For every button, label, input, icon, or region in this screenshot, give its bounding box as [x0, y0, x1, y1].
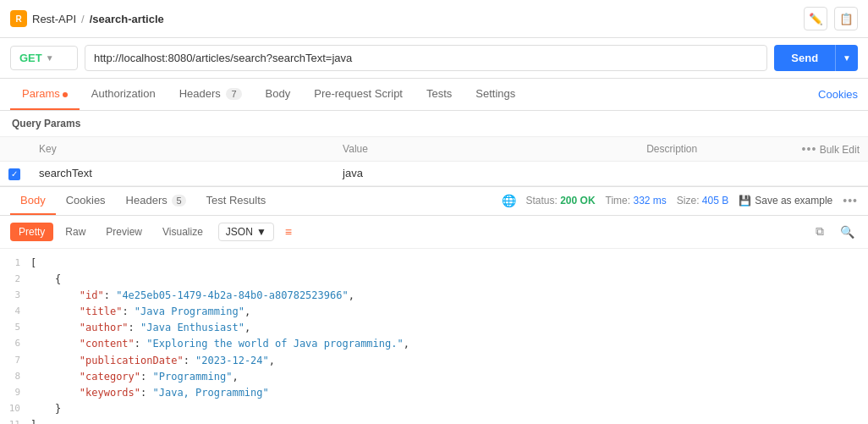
code-line-6: 6 "content": "Exploring the world of Jav…	[0, 336, 868, 352]
code-line-2: 2 {	[0, 272, 868, 288]
chevron-down-icon: ▼	[46, 53, 54, 63]
breadcrumb: R Rest-API / /search-article	[10, 10, 164, 27]
url-bar: GET ▼ Send ▼	[0, 38, 868, 79]
status-label: Status: 200 OK	[526, 195, 596, 206]
time-display: Time: 332 ms	[606, 195, 667, 206]
response-status: 🌐 Status: 200 OK Time: 332 ms Size: 405 …	[502, 194, 859, 207]
status-code: 200	[560, 195, 577, 206]
resp-tab-body[interactable]: Body	[10, 187, 56, 215]
code-line-8: 8 "category": "Programming",	[0, 369, 868, 385]
body-actions: ⧉ 🔍	[809, 221, 858, 243]
code-line-11: 11 ]	[0, 417, 868, 424]
copy-button[interactable]: ⧉	[809, 221, 831, 243]
app-icon: R	[10, 10, 27, 27]
send-dropdown-button[interactable]: ▼	[835, 45, 858, 71]
doc-button[interactable]: 📋	[834, 7, 858, 30]
json-format-selector[interactable]: JSON ▼	[218, 223, 274, 241]
resp-tab-cookies[interactable]: Cookies	[56, 187, 116, 215]
request-tabs: Params Authorization Headers 7 Body Pre-…	[0, 79, 868, 111]
code-line-1: 1 [	[0, 256, 868, 272]
query-params-header: Query Params	[0, 111, 868, 137]
send-button[interactable]: Send	[774, 45, 835, 71]
body-tab-raw[interactable]: Raw	[57, 223, 94, 241]
save-icon: 💾	[739, 195, 751, 206]
send-button-group: Send ▼	[774, 45, 858, 71]
more-options-button[interactable]: •••	[843, 194, 858, 207]
resp-tab-headers[interactable]: Headers 5	[116, 187, 196, 215]
edit-button[interactable]: ✏️	[804, 7, 827, 30]
body-tab-visualize[interactable]: Visualize	[154, 223, 212, 241]
dots-button[interactable]: •••	[802, 142, 817, 156]
tab-settings[interactable]: Settings	[464, 79, 527, 110]
search-button[interactable]: 🔍	[836, 221, 858, 243]
tab-pre-request[interactable]: Pre-request Script	[302, 79, 415, 110]
method-label: GET	[19, 52, 42, 64]
param-key[interactable]: searchText	[30, 162, 334, 186]
response-section: Body Cookies Headers 5 Test Results 🌐 St…	[0, 186, 868, 425]
param-description[interactable]	[638, 162, 783, 186]
col-actions-header: ••• Bulk Edit	[783, 137, 868, 162]
response-tabs: Body Cookies Headers 5 Test Results 🌐 St…	[0, 187, 868, 216]
col-value-header: Value	[334, 137, 638, 162]
body-tab-pretty[interactable]: Pretty	[10, 223, 53, 241]
breadcrumb-separator: /	[81, 13, 85, 25]
table-row: ✓ searchText java	[0, 162, 868, 186]
col-desc-header: Description	[638, 137, 783, 162]
resp-tab-test-results[interactable]: Test Results	[196, 187, 277, 215]
breadcrumb-app: Rest-API	[32, 13, 76, 25]
param-value[interactable]: java	[334, 162, 638, 186]
code-line-4: 4 "title": "Java Programming",	[0, 304, 868, 320]
code-line-3: 3 "id": "4e25eb05-1479-4b2a-84b0-a807825…	[0, 288, 868, 304]
code-line-5: 5 "author": "Java Enthusiast",	[0, 320, 868, 336]
query-params-section: Query Params Key Value Description ••• B…	[0, 111, 868, 186]
code-line-9: 9 "keywords": "Java, Programming"	[0, 385, 868, 401]
chevron-down-icon: ▼	[256, 226, 266, 238]
bulk-edit-button[interactable]: Bulk Edit	[820, 144, 860, 156]
col-check-header	[0, 137, 30, 162]
body-tab-preview[interactable]: Preview	[97, 223, 151, 241]
status-text: OK	[580, 195, 596, 206]
code-line-10: 10 }	[0, 401, 868, 417]
breadcrumb-current: /search-article	[90, 13, 164, 25]
tab-headers[interactable]: Headers 7	[168, 79, 254, 110]
top-bar: R Rest-API / /search-article ✏️ 📋	[0, 0, 868, 38]
code-area: 1 [ 2 { 3 "id": "4e25eb05-1479-4b2a-84b0…	[0, 249, 868, 425]
tab-body[interactable]: Body	[254, 79, 303, 110]
col-key-header: Key	[30, 137, 334, 162]
top-bar-actions: ✏️ 📋	[804, 7, 858, 30]
tab-authorization[interactable]: Authorization	[80, 79, 168, 110]
params-table: Key Value Description ••• Bulk Edit ✓ se…	[0, 137, 868, 186]
save-example-button[interactable]: 💾 Save as example	[739, 195, 832, 206]
filter-button[interactable]: ≡	[277, 221, 299, 243]
tab-params[interactable]: Params	[10, 79, 80, 110]
url-input[interactable]	[85, 45, 767, 71]
size-display: Size: 405 B	[677, 195, 728, 206]
row-checkbox[interactable]: ✓	[8, 168, 20, 180]
cookies-link[interactable]: Cookies	[818, 88, 858, 101]
globe-icon: 🌐	[502, 194, 516, 207]
tab-tests[interactable]: Tests	[415, 79, 464, 110]
body-view-tabs: Pretty Raw Preview Visualize JSON ▼ ≡ ⧉ …	[0, 216, 868, 249]
method-selector[interactable]: GET ▼	[10, 46, 78, 70]
code-line-7: 7 "publicationDate": "2023-12-24",	[0, 353, 868, 369]
